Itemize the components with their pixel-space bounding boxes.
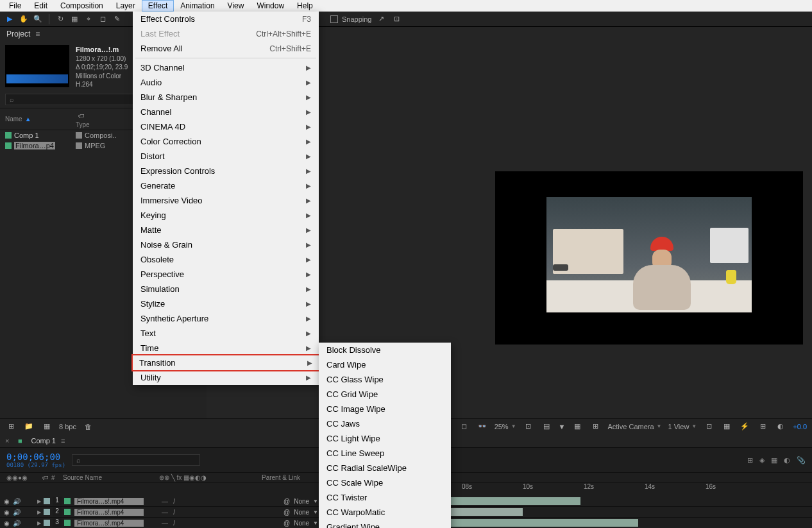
menu-item-3d-channel[interactable]: 3D Channel▶ — [133, 60, 319, 75]
timeline-icon[interactable]: ⊞ — [757, 421, 768, 432]
layer-name[interactable]: Filmora…s!.mp4 — [74, 498, 144, 505]
mode-normal[interactable]: — / — [162, 498, 175, 505]
menu-window[interactable]: Window — [250, 0, 291, 12]
mode-normal[interactable]: — / — [162, 509, 175, 516]
submenu-item-cc-warpomatic[interactable]: CC WarpoMatic — [319, 505, 451, 520]
menu-item-audio[interactable]: Audio▶ — [133, 75, 319, 90]
snap-options-icon[interactable]: ↗ — [376, 13, 387, 25]
toggle-transparency-icon[interactable]: ◻ — [459, 421, 470, 432]
audio-icon[interactable]: 🔊 — [13, 509, 19, 516]
menu-item-noise-grain[interactable]: Noise & Grain▶ — [133, 237, 319, 252]
audio-icon[interactable]: 🔊 — [13, 520, 19, 527]
exposure-value[interactable]: +0.0 — [793, 423, 807, 430]
view-dropdown[interactable]: 1 View▼ — [668, 423, 697, 430]
toggle-mask-icon[interactable]: 👓 — [477, 421, 488, 432]
layer-name[interactable]: Filmora…s!.mp4 — [74, 509, 144, 516]
parent-link[interactable]: @None▼ — [283, 498, 318, 505]
menu-item-utility[interactable]: Utility▶ — [133, 370, 319, 385]
expand-icon[interactable]: ▶ — [37, 498, 41, 504]
menu-item-transition[interactable]: Transition▶ — [131, 354, 320, 371]
menu-item-synthetic-aperture[interactable]: Synthetic Aperture▶ — [133, 311, 319, 326]
menu-item-channel[interactable]: Channel▶ — [133, 105, 319, 119]
menu-item-blur-sharpen[interactable]: Blur & Sharpen▶ — [133, 90, 319, 105]
sort-asc-icon[interactable]: ▲ — [25, 115, 31, 123]
rotate-tool-icon[interactable]: ↻ — [55, 13, 66, 25]
panel-menu-icon[interactable]: ≡ — [35, 30, 40, 38]
snap-grid-icon[interactable]: ⊡ — [391, 13, 403, 25]
submenu-item-cc-twister[interactable]: CC Twister — [319, 490, 451, 505]
zoom-dropdown[interactable]: 25%▼ — [495, 423, 516, 430]
menu-help[interactable]: Help — [291, 0, 319, 12]
draft-3d-icon[interactable]: ◈ — [759, 456, 765, 464]
panel-menu-icon[interactable]: ≡ — [61, 437, 65, 445]
label-color-icon[interactable] — [44, 498, 50, 504]
submenu-item-cc-glass-wipe[interactable]: CC Glass Wipe — [319, 372, 451, 387]
view-options-icon[interactable]: ⊡ — [703, 421, 715, 432]
col-type[interactable]: Type — [76, 121, 90, 128]
expand-icon[interactable]: ▶ — [37, 509, 41, 515]
submenu-item-cc-jaws[interactable]: CC Jaws — [319, 416, 451, 431]
menu-animation[interactable]: Animation — [174, 0, 221, 12]
submenu-item-cc-radial-scalewipe[interactable]: CC Radial ScaleWipe — [319, 461, 451, 475]
pickwhip-icon[interactable]: @ — [283, 520, 290, 527]
menu-item-stylize[interactable]: Stylize▶ — [133, 296, 319, 311]
col-parent[interactable]: Parent & Link — [259, 474, 323, 481]
menu-composition[interactable]: Composition — [54, 0, 110, 12]
expand-icon[interactable]: ▶ — [37, 520, 41, 526]
label-color-icon[interactable] — [44, 520, 50, 526]
motion-blur-icon[interactable]: ◐ — [784, 456, 790, 464]
composition-flowchart-icon[interactable]: ⊞ — [5, 421, 17, 432]
menu-item-color-correction[interactable]: Color Correction▶ — [133, 134, 319, 149]
menu-item-effect-controls[interactable]: Effect ControlsF3 — [133, 12, 319, 26]
folder-icon[interactable]: 📁 — [23, 421, 35, 432]
menu-item-time[interactable]: Time▶ — [133, 341, 319, 355]
av-features-icon[interactable]: ◉◉●◉ — [6, 474, 28, 481]
fast-preview-icon[interactable]: ⚡ — [739, 421, 750, 432]
region-icon[interactable]: ▤ — [541, 421, 552, 432]
current-timecode[interactable]: 0;00;06;00 — [6, 452, 65, 462]
timeline-search-input[interactable] — [72, 454, 200, 466]
parent-link[interactable]: @None▼ — [283, 520, 318, 527]
menu-item-simulation[interactable]: Simulation▶ — [133, 282, 319, 296]
mode-normal[interactable]: — / — [162, 520, 175, 527]
visibility-icon[interactable]: ◉ — [4, 520, 10, 527]
menu-item-immersive-video[interactable]: Immersive Video▶ — [133, 193, 319, 208]
visibility-icon[interactable]: ◉ — [4, 509, 10, 516]
menu-edit[interactable]: Edit — [28, 0, 54, 12]
pan-behind-tool-icon[interactable]: ⌖ — [83, 13, 94, 25]
visibility-icon[interactable]: ◉ — [4, 498, 10, 505]
submenu-item-cc-scale-wipe[interactable]: CC Scale Wipe — [319, 475, 451, 490]
label-icon[interactable]: 🏷 — [42, 474, 49, 481]
switches-icon[interactable]: ⊕⊗ ╲ fx ▦◉◐◑ — [159, 474, 207, 481]
menu-item-distort[interactable]: Distort▶ — [133, 149, 319, 164]
submenu-item-cc-light-wipe[interactable]: CC Light Wipe — [319, 431, 451, 446]
bpc-label[interactable]: 8 bpc — [59, 423, 76, 430]
pickwhip-icon[interactable]: @ — [283, 509, 290, 516]
new-comp-icon[interactable]: ▦ — [41, 421, 53, 432]
label-color-icon[interactable] — [76, 142, 82, 149]
menu-item-matte[interactable]: Matte▶ — [133, 223, 319, 237]
graph-editor-icon[interactable]: 📎 — [797, 456, 806, 464]
camera-dropdown[interactable]: Active Camera▼ — [607, 423, 661, 430]
resolution-icon[interactable]: ⊡ — [523, 421, 534, 432]
camera-tool-icon[interactable]: ▦ — [69, 13, 80, 25]
label-color-icon[interactable] — [76, 132, 82, 139]
submenu-item-gradient-wipe[interactable]: Gradient Wipe — [319, 520, 451, 528]
menu-layer[interactable]: Layer — [110, 0, 142, 12]
grid-icon[interactable]: ▦ — [571, 421, 583, 432]
chevron-down-icon[interactable]: ▼ — [559, 423, 566, 430]
pixel-aspect-icon[interactable]: ▦ — [721, 421, 732, 432]
comp-mini-flowchart-icon[interactable]: ⊞ — [747, 456, 753, 464]
menu-item-cinema-4d[interactable]: CINEMA 4D▶ — [133, 119, 319, 134]
menu-item-remove-all[interactable]: Remove AllCtrl+Shift+E — [133, 41, 319, 56]
menu-file[interactable]: File — [3, 0, 28, 12]
menu-effect[interactable]: Effect — [142, 0, 174, 12]
audio-icon[interactable]: 🔊 — [13, 498, 19, 505]
selection-tool-icon[interactable]: ▶ — [4, 13, 15, 25]
reset-exposure-icon[interactable]: ◐ — [775, 421, 786, 432]
snapping-toggle[interactable]: Snapping ↗ ⊡ — [330, 13, 403, 25]
menu-view[interactable]: View — [221, 0, 251, 12]
menu-item-text[interactable]: Text▶ — [133, 326, 319, 341]
hand-tool-icon[interactable]: ✋ — [18, 13, 30, 25]
trash-icon[interactable]: 🗑 — [83, 421, 94, 432]
